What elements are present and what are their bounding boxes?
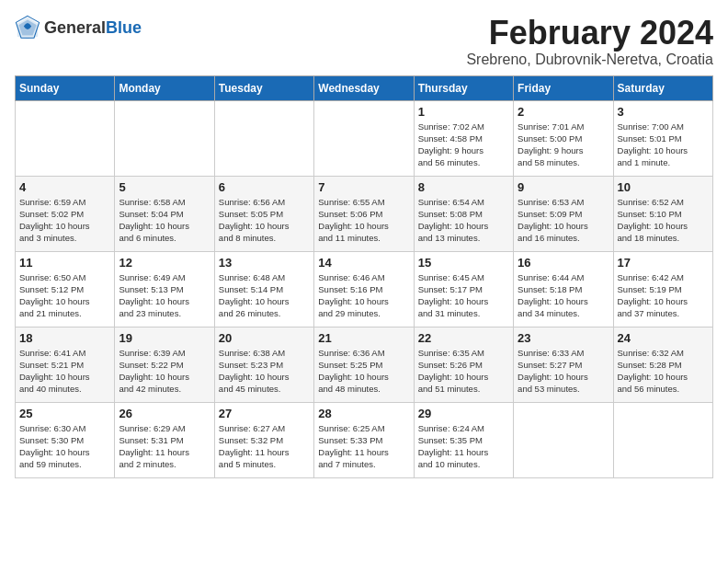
calendar-cell xyxy=(314,100,414,176)
day-info: Sunrise: 7:02 AM Sunset: 4:58 PM Dayligh… xyxy=(418,121,509,169)
day-number: 29 xyxy=(418,407,509,420)
calendar-cell: 2Sunrise: 7:01 AM Sunset: 5:00 PM Daylig… xyxy=(514,100,613,176)
day-info: Sunrise: 6:38 AM Sunset: 5:23 PM Dayligh… xyxy=(219,347,310,396)
calendar-cell: 6Sunrise: 6:56 AM Sunset: 5:05 PM Daylig… xyxy=(214,176,313,251)
day-info: Sunrise: 6:30 AM Sunset: 5:30 PM Dayligh… xyxy=(19,422,110,471)
calendar-cell xyxy=(16,100,115,176)
calendar-cell: 20Sunrise: 6:38 AM Sunset: 5:23 PM Dayli… xyxy=(214,327,313,402)
day-info: Sunrise: 6:35 AM Sunset: 5:26 PM Dayligh… xyxy=(418,347,509,396)
day-number: 28 xyxy=(318,407,409,420)
calendar-cell: 17Sunrise: 6:42 AM Sunset: 5:19 PM Dayli… xyxy=(613,251,712,327)
calendar-cell: 29Sunrise: 6:24 AM Sunset: 5:35 PM Dayli… xyxy=(414,402,513,477)
calendar-week-row: 4Sunrise: 6:59 AM Sunset: 5:02 PM Daylig… xyxy=(16,176,713,251)
calendar-cell: 4Sunrise: 6:59 AM Sunset: 5:02 PM Daylig… xyxy=(16,176,115,251)
day-info: Sunrise: 6:54 AM Sunset: 5:08 PM Dayligh… xyxy=(418,196,509,245)
day-number: 22 xyxy=(418,331,509,345)
day-number: 9 xyxy=(518,180,609,194)
day-number: 1 xyxy=(418,105,509,119)
logo: GeneralBlue xyxy=(15,15,142,40)
day-number: 6 xyxy=(219,180,310,194)
day-info: Sunrise: 6:50 AM Sunset: 5:12 PM Dayligh… xyxy=(19,271,110,320)
day-number: 21 xyxy=(318,331,409,345)
weekday-header-monday: Monday xyxy=(115,75,214,100)
calendar-cell: 22Sunrise: 6:35 AM Sunset: 5:26 PM Dayli… xyxy=(414,327,513,402)
weekday-header-row: SundayMondayTuesdayWednesdayThursdayFrid… xyxy=(16,75,713,100)
day-number: 26 xyxy=(119,407,210,420)
calendar-week-row: 25Sunrise: 6:30 AM Sunset: 5:30 PM Dayli… xyxy=(16,402,713,477)
day-number: 11 xyxy=(19,256,110,270)
day-number: 4 xyxy=(19,180,110,194)
day-info: Sunrise: 6:52 AM Sunset: 5:10 PM Dayligh… xyxy=(618,196,709,245)
day-number: 23 xyxy=(518,331,609,345)
weekday-header-wednesday: Wednesday xyxy=(314,75,414,100)
logo-text: GeneralBlue xyxy=(44,18,142,38)
weekday-header-friday: Friday xyxy=(514,75,613,100)
calendar-cell: 19Sunrise: 6:39 AM Sunset: 5:22 PM Dayli… xyxy=(115,327,214,402)
calendar-cell xyxy=(613,402,712,477)
calendar-cell: 26Sunrise: 6:29 AM Sunset: 5:31 PM Dayli… xyxy=(115,402,214,477)
month-title: February 2024 xyxy=(466,15,713,52)
day-info: Sunrise: 6:24 AM Sunset: 5:35 PM Dayligh… xyxy=(418,422,509,471)
calendar-cell: 21Sunrise: 6:36 AM Sunset: 5:25 PM Dayli… xyxy=(314,327,414,402)
day-info: Sunrise: 7:00 AM Sunset: 5:01 PM Dayligh… xyxy=(618,121,709,169)
day-number: 5 xyxy=(119,180,210,194)
calendar-cell: 3Sunrise: 7:00 AM Sunset: 5:01 PM Daylig… xyxy=(613,100,712,176)
calendar-cell: 23Sunrise: 6:33 AM Sunset: 5:27 PM Dayli… xyxy=(514,327,613,402)
day-number: 27 xyxy=(219,407,310,420)
calendar-cell: 10Sunrise: 6:52 AM Sunset: 5:10 PM Dayli… xyxy=(613,176,712,251)
logo-blue-text: Blue xyxy=(106,18,142,37)
day-info: Sunrise: 6:59 AM Sunset: 5:02 PM Dayligh… xyxy=(19,196,110,245)
calendar-cell: 13Sunrise: 6:48 AM Sunset: 5:14 PM Dayli… xyxy=(214,251,313,327)
day-number: 19 xyxy=(119,331,210,345)
calendar-cell xyxy=(115,100,214,176)
title-block: February 2024 Srebreno, Dubrovnik-Neretv… xyxy=(466,15,713,68)
day-info: Sunrise: 6:27 AM Sunset: 5:32 PM Dayligh… xyxy=(219,422,310,471)
weekday-header-saturday: Saturday xyxy=(613,75,712,100)
calendar-cell xyxy=(514,402,613,477)
calendar-cell: 28Sunrise: 6:25 AM Sunset: 5:33 PM Dayli… xyxy=(314,402,414,477)
calendar-cell: 1Sunrise: 7:02 AM Sunset: 4:58 PM Daylig… xyxy=(414,100,513,176)
calendar-cell: 25Sunrise: 6:30 AM Sunset: 5:30 PM Dayli… xyxy=(16,402,115,477)
day-number: 2 xyxy=(518,105,609,119)
day-info: Sunrise: 6:48 AM Sunset: 5:14 PM Dayligh… xyxy=(219,271,310,320)
calendar-cell: 18Sunrise: 6:41 AM Sunset: 5:21 PM Dayli… xyxy=(16,327,115,402)
day-number: 10 xyxy=(618,180,709,194)
calendar-cell: 5Sunrise: 6:58 AM Sunset: 5:04 PM Daylig… xyxy=(115,176,214,251)
day-number: 13 xyxy=(219,256,310,270)
day-info: Sunrise: 7:01 AM Sunset: 5:00 PM Dayligh… xyxy=(518,121,609,169)
calendar-week-row: 11Sunrise: 6:50 AM Sunset: 5:12 PM Dayli… xyxy=(16,251,713,327)
day-info: Sunrise: 6:55 AM Sunset: 5:06 PM Dayligh… xyxy=(318,196,409,245)
day-number: 7 xyxy=(318,180,409,194)
day-number: 17 xyxy=(618,256,709,270)
calendar-cell: 15Sunrise: 6:45 AM Sunset: 5:17 PM Dayli… xyxy=(414,251,513,327)
day-info: Sunrise: 6:32 AM Sunset: 5:28 PM Dayligh… xyxy=(618,347,709,396)
day-info: Sunrise: 6:44 AM Sunset: 5:18 PM Dayligh… xyxy=(518,271,609,320)
day-info: Sunrise: 6:49 AM Sunset: 5:13 PM Dayligh… xyxy=(119,271,210,320)
day-number: 16 xyxy=(518,256,609,270)
calendar-week-row: 18Sunrise: 6:41 AM Sunset: 5:21 PM Dayli… xyxy=(16,327,713,402)
day-number: 8 xyxy=(418,180,509,194)
calendar-table: SundayMondayTuesdayWednesdayThursdayFrid… xyxy=(15,75,713,478)
day-info: Sunrise: 6:53 AM Sunset: 5:09 PM Dayligh… xyxy=(518,196,609,245)
day-info: Sunrise: 6:45 AM Sunset: 5:17 PM Dayligh… xyxy=(418,271,509,320)
calendar-cell: 7Sunrise: 6:55 AM Sunset: 5:06 PM Daylig… xyxy=(314,176,414,251)
day-info: Sunrise: 6:36 AM Sunset: 5:25 PM Dayligh… xyxy=(318,347,409,396)
calendar-cell: 16Sunrise: 6:44 AM Sunset: 5:18 PM Dayli… xyxy=(514,251,613,327)
day-info: Sunrise: 6:25 AM Sunset: 5:33 PM Dayligh… xyxy=(318,422,409,471)
weekday-header-tuesday: Tuesday xyxy=(214,75,313,100)
calendar-cell: 12Sunrise: 6:49 AM Sunset: 5:13 PM Dayli… xyxy=(115,251,214,327)
calendar-cell xyxy=(214,100,313,176)
day-number: 20 xyxy=(219,331,310,345)
weekday-header-sunday: Sunday xyxy=(16,75,115,100)
day-number: 14 xyxy=(318,256,409,270)
day-info: Sunrise: 6:42 AM Sunset: 5:19 PM Dayligh… xyxy=(618,271,709,320)
day-info: Sunrise: 6:29 AM Sunset: 5:31 PM Dayligh… xyxy=(119,422,210,471)
day-info: Sunrise: 6:56 AM Sunset: 5:05 PM Dayligh… xyxy=(219,196,310,245)
day-number: 25 xyxy=(19,407,110,420)
day-info: Sunrise: 6:58 AM Sunset: 5:04 PM Dayligh… xyxy=(119,196,210,245)
day-info: Sunrise: 6:39 AM Sunset: 5:22 PM Dayligh… xyxy=(119,347,210,396)
location-title: Srebreno, Dubrovnik-Neretva, Croatia xyxy=(466,52,713,68)
calendar-week-row: 1Sunrise: 7:02 AM Sunset: 4:58 PM Daylig… xyxy=(16,100,713,176)
calendar-cell: 24Sunrise: 6:32 AM Sunset: 5:28 PM Dayli… xyxy=(613,327,712,402)
day-number: 12 xyxy=(119,256,210,270)
